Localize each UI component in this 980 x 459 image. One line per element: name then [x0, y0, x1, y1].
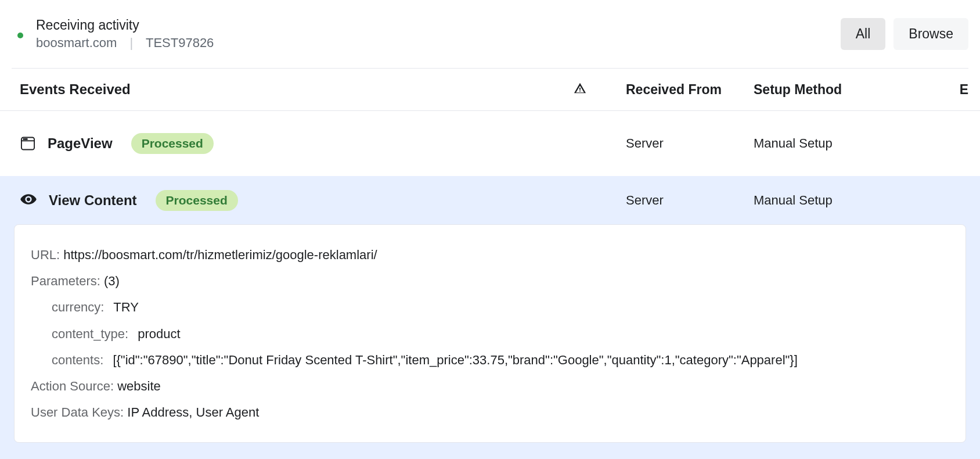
- params-label: Parameters:: [31, 274, 100, 288]
- url-label: URL:: [31, 248, 60, 262]
- status-block: Receiving activity boosmart.com | TEST97…: [17, 17, 214, 51]
- col-header-from: Received From: [626, 82, 754, 98]
- event-row-viewcontent[interactable]: View Content Processed Server Manual Set…: [0, 176, 980, 225]
- content-type-value: product: [138, 327, 180, 341]
- contents-value: [{"id":"67890","title":"Donut Friday Sce…: [113, 353, 797, 367]
- col-header-setup: Setup Method: [754, 82, 945, 98]
- detail-user-data: User Data Keys: IP Address, User Agent: [31, 402, 949, 422]
- status-badge: Processed: [131, 133, 214, 154]
- status-badge: Processed: [156, 190, 238, 211]
- param-content-type: content_type: product: [52, 324, 949, 344]
- currency-label: currency:: [52, 300, 104, 314]
- event-details-panel: URL: https://boosmart.com/tr/hizmetlerim…: [14, 224, 966, 443]
- tab-group: All Browse: [841, 18, 968, 50]
- svg-point-3: [25, 139, 26, 139]
- col-header-warning-icon: [574, 82, 626, 98]
- status-subtitle: boosmart.com | TEST97826: [36, 35, 214, 51]
- tab-all[interactable]: All: [841, 18, 886, 50]
- param-currency: currency: TRY: [52, 297, 949, 317]
- browser-window-icon: [20, 135, 36, 152]
- contents-label: contents:: [52, 353, 103, 367]
- eye-icon: [20, 191, 37, 210]
- param-contents: contents: [{"id":"67890","title":"Donut …: [52, 350, 949, 370]
- status-dot-icon: [17, 33, 23, 38]
- detail-action-source: Action Source: website: [31, 376, 949, 396]
- received-from-cell: Server: [626, 193, 754, 208]
- setup-method-cell: Manual Setup: [754, 136, 945, 151]
- received-from-cell: Server: [626, 136, 754, 151]
- col-header-events: Events Received: [20, 81, 574, 98]
- action-source-label: Action Source:: [31, 379, 114, 393]
- action-source-value: website: [117, 379, 161, 393]
- detail-parameters: Parameters: (3): [31, 271, 949, 291]
- column-headers: Events Received Received From Setup Meth…: [0, 69, 980, 111]
- params-count: (3): [104, 274, 120, 288]
- event-name: PageView: [48, 135, 113, 152]
- user-data-value: IP Address, User Agent: [127, 405, 259, 419]
- detail-url: URL: https://boosmart.com/tr/hizmetlerim…: [31, 245, 949, 265]
- tab-browse[interactable]: Browse: [893, 18, 968, 50]
- event-row-pageview[interactable]: PageView Processed Server Manual Setup: [0, 111, 980, 176]
- header: Receiving activity boosmart.com | TEST97…: [0, 0, 980, 68]
- col-header-e: E: [945, 82, 968, 98]
- event-name: View Content: [49, 192, 137, 209]
- currency-value: TRY: [113, 300, 139, 314]
- domain-text: boosmart.com: [36, 35, 117, 50]
- status-title: Receiving activity: [36, 17, 214, 33]
- setup-method-cell: Manual Setup: [754, 193, 945, 208]
- url-value: https://boosmart.com/tr/hizmetlerimiz/go…: [63, 248, 377, 262]
- separator: |: [130, 35, 134, 50]
- svg-point-2: [23, 139, 24, 139]
- pixel-id-text: TEST97826: [146, 35, 214, 50]
- user-data-label: User Data Keys:: [31, 405, 124, 419]
- svg-point-4: [26, 139, 27, 139]
- content-type-label: content_type:: [52, 327, 128, 341]
